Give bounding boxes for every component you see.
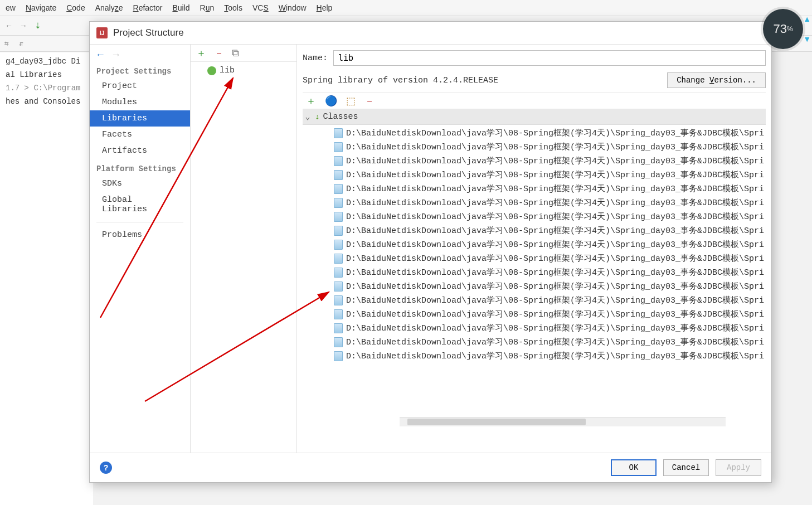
classpath-entry[interactable]: D:\BaiduNetdiskDownload\java学习\08-Spring… bbox=[303, 154, 766, 168]
sidebar-item-artifacts[interactable]: Artifacts bbox=[90, 143, 190, 159]
jar-file-icon bbox=[334, 142, 343, 152]
classpath-entry[interactable]: D:\BaiduNetdiskDownload\java学习\08-Spring… bbox=[303, 321, 766, 335]
classpath-entry[interactable]: D:\BaiduNetdiskDownload\java学习\08-Spring… bbox=[303, 335, 766, 349]
classes-group-header[interactable]: ⌄ ⇣ Classes bbox=[303, 109, 766, 125]
classpath-text: D:\BaiduNetdiskDownload\java学习\08-Spring… bbox=[346, 128, 764, 138]
classes-toolbar: ＋ 🔵 ⬚ － bbox=[303, 93, 766, 109]
sidebar-item-problems[interactable]: Problems bbox=[90, 227, 190, 243]
apply-button[interactable]: Apply bbox=[716, 459, 761, 476]
classpath-entry[interactable]: D:\BaiduNetdiskDownload\java学习\08-Spring… bbox=[303, 126, 766, 140]
classpath-entry[interactable]: D:\BaiduNetdiskDownload\java学习\08-Spring… bbox=[303, 307, 766, 321]
jar-file-icon bbox=[334, 351, 343, 361]
section-platform-settings: Platform Settings bbox=[90, 159, 190, 176]
jar-file-icon bbox=[334, 295, 343, 305]
change-version-button[interactable]: Change Version... bbox=[667, 72, 766, 88]
menu-navigate[interactable]: Navigate bbox=[26, 3, 56, 12]
list-item[interactable]: al Libraries bbox=[3, 68, 90, 81]
project-structure-dialog: IJ Project Structure ← → Project Setting… bbox=[89, 21, 772, 483]
jar-file-icon bbox=[334, 156, 343, 166]
sidebar-item-sdks[interactable]: SDKs bbox=[90, 176, 190, 192]
horizontal-scrollbar[interactable] bbox=[400, 417, 726, 426]
cancel-button[interactable]: Cancel bbox=[663, 459, 709, 476]
back-icon[interactable]: ← bbox=[3, 20, 14, 31]
sidebar-item-libraries[interactable]: Libraries bbox=[90, 110, 190, 127]
classes-tree[interactable]: D:\BaiduNetdiskDownload\java学习\08-Spring… bbox=[303, 125, 766, 453]
dialog-button-bar: ? OK Cancel Apply bbox=[90, 453, 771, 482]
classpath-entry[interactable]: D:\BaiduNetdiskDownload\java学习\08-Spring… bbox=[303, 196, 766, 210]
classpath-text: D:\BaiduNetdiskDownload\java学习\08-Spring… bbox=[346, 309, 764, 319]
sidebar-item-project[interactable]: Project bbox=[90, 78, 190, 94]
chevron-down-icon[interactable]: ⌄ bbox=[304, 111, 312, 122]
sidebar-item-modules[interactable]: Modules bbox=[90, 94, 190, 110]
list-item[interactable]: g4_day03_jdbc Di bbox=[3, 55, 90, 68]
forward-icon[interactable]: → bbox=[18, 20, 29, 31]
menu-window[interactable]: Window bbox=[279, 3, 307, 12]
classpath-entry[interactable]: D:\BaiduNetdiskDownload\java学习\08-Spring… bbox=[303, 224, 766, 237]
remove-library-icon[interactable]: － bbox=[214, 46, 224, 60]
jar-file-icon bbox=[334, 226, 343, 236]
gauge-down-icon[interactable]: ▼ bbox=[803, 35, 811, 43]
menu-analyze[interactable]: Analyze bbox=[95, 3, 123, 12]
classpath-entry[interactable]: D:\BaiduNetdiskDownload\java学习\08-Spring… bbox=[303, 182, 766, 196]
classpath-text: D:\BaiduNetdiskDownload\java学习\08-Spring… bbox=[346, 351, 764, 361]
add-from-maven-icon[interactable]: 🔵 bbox=[325, 95, 337, 107]
nav-back-icon[interactable]: ← bbox=[95, 49, 105, 61]
add-root-icon[interactable]: ＋ bbox=[306, 94, 316, 108]
classpath-text: D:\BaiduNetdiskDownload\java学习\08-Spring… bbox=[346, 239, 764, 250]
help-icon[interactable]: ? bbox=[100, 462, 112, 474]
library-version-text: Spring library of version 4.2.4.RELEASE bbox=[303, 76, 498, 85]
project-tree[interactable]: g4_day03_jdbc Di al Libraries 1.7 > C:\P… bbox=[0, 52, 93, 505]
library-name-input[interactable] bbox=[333, 50, 766, 66]
menu-run[interactable]: Run bbox=[200, 3, 215, 12]
remove-root-icon[interactable]: － bbox=[364, 94, 375, 108]
copy-library-icon[interactable]: ⧉ bbox=[232, 47, 239, 59]
list-item[interactable]: 1.7 > C:\Program bbox=[3, 81, 90, 95]
classpath-text: D:\BaiduNetdiskDownload\java学习\08-Spring… bbox=[346, 197, 764, 208]
classpath-text: D:\BaiduNetdiskDownload\java学习\08-Spring… bbox=[346, 253, 764, 264]
classpath-text: D:\BaiduNetdiskDownload\java学习\08-Spring… bbox=[346, 156, 764, 166]
nav-forward-icon[interactable]: → bbox=[111, 49, 121, 61]
gauge-up-icon[interactable]: ▲ bbox=[803, 14, 811, 23]
classpath-text: D:\BaiduNetdiskDownload\java学习\08-Spring… bbox=[346, 295, 764, 305]
classpath-text: D:\BaiduNetdiskDownload\java学习\08-Spring… bbox=[346, 281, 764, 292]
divider bbox=[96, 222, 183, 222]
classpath-entry[interactable]: D:\BaiduNetdiskDownload\java学习\08-Spring… bbox=[303, 140, 766, 154]
menu-tools[interactable]: Tools bbox=[224, 3, 242, 12]
menu-help[interactable]: Help bbox=[317, 3, 333, 12]
classpath-entry[interactable]: D:\BaiduNetdiskDownload\java学习\08-Spring… bbox=[303, 265, 766, 279]
classpath-entry[interactable]: D:\BaiduNetdiskDownload\java学习\08-Spring… bbox=[303, 279, 766, 293]
classpath-entry[interactable]: D:\BaiduNetdiskDownload\java学习\08-Spring… bbox=[303, 349, 766, 363]
menu-build[interactable]: Build bbox=[172, 3, 189, 12]
library-item-lib[interactable]: lib bbox=[191, 64, 296, 77]
jar-file-icon bbox=[334, 309, 343, 319]
list-item[interactable]: hes and Consoles bbox=[3, 95, 90, 108]
name-label: Name: bbox=[303, 54, 328, 63]
library-detail-pane: Name: Spring library of version 4.2.4.RE… bbox=[297, 45, 771, 453]
classpath-entry[interactable]: D:\BaiduNetdiskDownload\java学习\08-Spring… bbox=[303, 293, 766, 307]
menu-code[interactable]: Code bbox=[66, 3, 85, 12]
jar-file-icon bbox=[334, 184, 343, 194]
spring-leaf-icon bbox=[207, 66, 216, 75]
classpath-entry[interactable]: D:\BaiduNetdiskDownload\java学习\08-Spring… bbox=[303, 251, 766, 265]
classpath-text: D:\BaiduNetdiskDownload\java学习\08-Spring… bbox=[346, 225, 764, 236]
menu-vcs[interactable]: VCS bbox=[252, 3, 269, 12]
menu-refactor[interactable]: Refactor bbox=[133, 3, 163, 12]
memory-gauge[interactable]: 73% ▲ ▼ bbox=[763, 9, 803, 49]
jar-file-icon bbox=[334, 281, 343, 292]
library-list-pane: ＋ － ⧉ lib bbox=[191, 45, 297, 453]
sidebar-item-facets[interactable]: Facets bbox=[90, 127, 190, 143]
classpath-text: D:\BaiduNetdiskDownload\java学习\08-Spring… bbox=[346, 142, 764, 152]
settings-sidebar: ← → Project Settings Project Modules Lib… bbox=[90, 45, 191, 453]
add-library-icon[interactable]: ＋ bbox=[196, 46, 206, 60]
classpath-entry[interactable]: D:\BaiduNetdiskDownload\java学习\08-Spring… bbox=[303, 210, 766, 224]
section-project-settings: Project Settings bbox=[90, 61, 190, 78]
classpath-entry[interactable]: D:\BaiduNetdiskDownload\java学习\08-Spring… bbox=[303, 237, 766, 251]
menu-ew[interactable]: ew bbox=[6, 3, 16, 12]
classpath-entry[interactable]: D:\BaiduNetdiskDownload\java学习\08-Spring… bbox=[303, 168, 766, 182]
binary-icon[interactable]: ⇣ bbox=[32, 20, 43, 31]
add-doc-icon[interactable]: ⬚ bbox=[346, 95, 356, 107]
sidebar-item-global-libraries[interactable]: Global Libraries bbox=[90, 192, 190, 217]
classpath-text: D:\BaiduNetdiskDownload\java学习\08-Spring… bbox=[346, 211, 764, 222]
jar-file-icon bbox=[334, 198, 343, 208]
ok-button[interactable]: OK bbox=[611, 459, 657, 476]
